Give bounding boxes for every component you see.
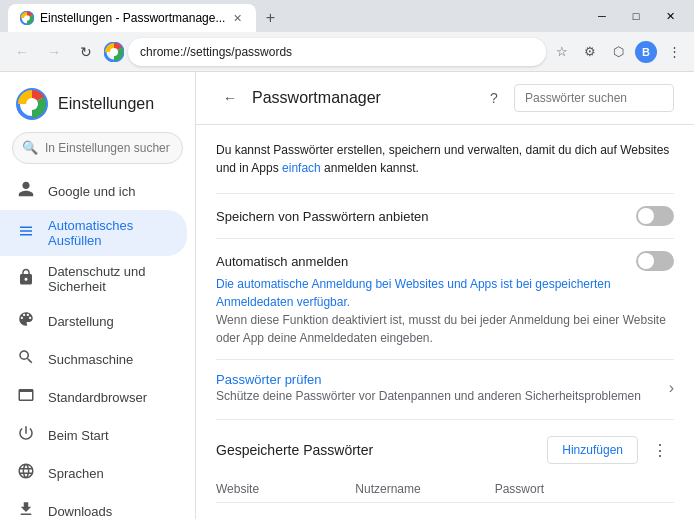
pm-saved-title: Gespeicherte Passwörter — [216, 442, 547, 458]
globe-icon — [16, 462, 36, 484]
svg-point-1 — [24, 15, 30, 21]
forward-button[interactable]: → — [40, 38, 68, 66]
pm-check-desc: Schütze deine Passwörter vor Datenpannen… — [216, 389, 669, 403]
pm-check-section[interactable]: Passwörter prüfen Schütze deine Passwört… — [216, 359, 674, 415]
appearance-icon — [16, 310, 36, 332]
back-button[interactable]: ← — [8, 38, 36, 66]
sidebar-item-label: Google und ich — [48, 184, 135, 199]
pm-col-username: Nutzername — [355, 482, 494, 496]
autofill-icon — [16, 222, 36, 244]
pm-header-right: ? — [482, 84, 674, 112]
minimize-button[interactable]: ─ — [586, 0, 618, 32]
sidebar: Einstellungen 🔍 Google und ich Automatis… — [0, 72, 196, 519]
pm-check-title: Passwörter prüfen — [216, 372, 669, 387]
svg-point-3 — [110, 48, 118, 56]
sidebar-item-search[interactable]: Suchmaschine — [0, 340, 187, 378]
menu-icon[interactable]: ⋮ — [662, 40, 686, 64]
pm-check-content: Passwörter prüfen Schütze deine Passwört… — [216, 372, 669, 403]
pm-col-password: Passwort — [495, 482, 634, 496]
tab-title: Einstellungen - Passwortmanage... — [40, 11, 225, 25]
pm-save-toggle[interactable] — [636, 206, 674, 226]
sidebar-item-label: Automatisches Ausfüllen — [48, 218, 171, 248]
settings-icon[interactable]: ⚙ — [578, 40, 602, 64]
sidebar-item-downloads[interactable]: Downloads — [0, 492, 187, 519]
table-row: freist.de test •••••••••• ⋮ — [216, 507, 674, 519]
sidebar-item-label: Beim Start — [48, 428, 109, 443]
pm-auto-login-toggle[interactable] — [636, 251, 674, 271]
sidebar-item-label: Standardbrowser — [48, 390, 147, 405]
sidebar-header: Einstellungen — [0, 80, 195, 128]
sidebar-item-label: Datenschutz und Sicherheit — [48, 264, 171, 294]
address-bar[interactable] — [128, 38, 546, 66]
pm-col-actions — [634, 482, 674, 496]
pm-back-button[interactable]: ← — [216, 84, 244, 112]
sidebar-search[interactable]: 🔍 — [12, 132, 183, 164]
pm-auto-login-desc: Die automatische Anmeldung bei Websites … — [216, 275, 674, 347]
extensions-icon[interactable]: ⬡ — [606, 40, 630, 64]
pm-check-arrow-icon: › — [669, 379, 674, 397]
browser-icon — [16, 386, 36, 408]
maximize-button[interactable]: □ — [620, 0, 652, 32]
content-area: ← Passwortmanager ? Du kannst Passwörter… — [196, 72, 694, 519]
pm-content: Du kannst Passwörter erstellen, speicher… — [196, 125, 694, 519]
pm-col-website: Website — [216, 482, 355, 496]
window-controls: ─ □ ✕ — [586, 0, 686, 32]
pm-search-input[interactable] — [514, 84, 674, 112]
sidebar-item-label: Downloads — [48, 504, 112, 519]
sidebar-item-label: Sprachen — [48, 466, 104, 481]
pm-title: Passwortmanager — [252, 89, 381, 107]
settings-title: Einstellungen — [58, 95, 154, 113]
sidebar-item-browser[interactable]: Standardbrowser — [0, 378, 187, 416]
pm-table-header: Website Nutzername Passwort — [216, 476, 674, 503]
sidebar-item-languages[interactable]: Sprachen — [0, 454, 187, 492]
tab-favicon-icon — [20, 11, 34, 25]
pm-save-setting: Speichern von Passwörtern anbieten — [216, 193, 674, 238]
pm-save-label: Speichern von Passwörtern anbieten — [216, 209, 636, 224]
pm-header: ← Passwortmanager ? — [196, 72, 694, 125]
chrome-logo-icon — [104, 42, 124, 62]
pm-auto-login-desc-2: Wenn diese Funktion deaktiviert ist, mus… — [216, 313, 666, 345]
svg-point-5 — [26, 98, 38, 110]
navbar: ← → ↻ ☆ ⚙ ⬡ B ⋮ — [0, 32, 694, 72]
titlebar: Einstellungen - Passwortmanage... ✕ + ─ … — [0, 0, 694, 32]
search-engine-icon — [16, 348, 36, 370]
active-tab[interactable]: Einstellungen - Passwortmanage... ✕ — [8, 4, 256, 32]
profile-icon[interactable]: B — [634, 40, 658, 64]
pm-auto-login-header: Automatisch anmelden — [216, 251, 674, 271]
pm-intro-text: Du kannst Passwörter erstellen, speicher… — [216, 141, 674, 177]
new-tab-button[interactable]: + — [256, 4, 284, 32]
refresh-button[interactable]: ↻ — [72, 38, 100, 66]
sidebar-item-google[interactable]: Google und ich — [0, 172, 187, 210]
pm-auto-login-section: Automatisch anmelden Die automatische An… — [216, 238, 674, 359]
person-icon — [16, 180, 36, 202]
sidebar-item-label: Darstellung — [48, 314, 114, 329]
pm-intro-text-2: anmelden kannst. — [324, 161, 419, 175]
pm-intro-link[interactable]: einfach — [282, 161, 321, 175]
pm-saved-more-button[interactable]: ⋮ — [646, 436, 674, 464]
close-button[interactable]: ✕ — [654, 0, 686, 32]
pm-auto-login-label: Automatisch anmelden — [216, 254, 636, 269]
pm-saved-section: Gespeicherte Passwörter Hinzufügen ⋮ Web… — [216, 419, 674, 519]
bookmark-icon[interactable]: ☆ — [550, 40, 574, 64]
sidebar-item-privacy[interactable]: Datenschutz und Sicherheit — [0, 256, 187, 302]
sidebar-item-label: Suchmaschine — [48, 352, 133, 367]
sidebar-item-autofill[interactable]: Automatisches Ausfüllen — [0, 210, 187, 256]
settings-chrome-logo — [16, 88, 48, 120]
main-layout: Einstellungen 🔍 Google und ich Automatis… — [0, 72, 694, 519]
power-icon — [16, 424, 36, 446]
search-icon: 🔍 — [22, 140, 38, 155]
download-icon — [16, 500, 36, 519]
lock-icon — [16, 268, 36, 290]
pm-saved-header: Gespeicherte Passwörter Hinzufügen ⋮ — [216, 436, 674, 464]
pm-help-button[interactable]: ? — [482, 86, 506, 110]
tab-area: Einstellungen - Passwortmanage... ✕ + — [8, 0, 580, 32]
sidebar-item-appearance[interactable]: Darstellung — [0, 302, 187, 340]
nav-icons: ☆ ⚙ ⬡ B ⋮ — [550, 40, 686, 64]
sidebar-item-startup[interactable]: Beim Start — [0, 416, 187, 454]
pm-auto-login-desc-1: Die automatische Anmeldung bei Websites … — [216, 277, 611, 309]
pm-add-button[interactable]: Hinzufügen — [547, 436, 638, 464]
tab-close-button[interactable]: ✕ — [231, 10, 244, 27]
avatar: B — [635, 41, 657, 63]
